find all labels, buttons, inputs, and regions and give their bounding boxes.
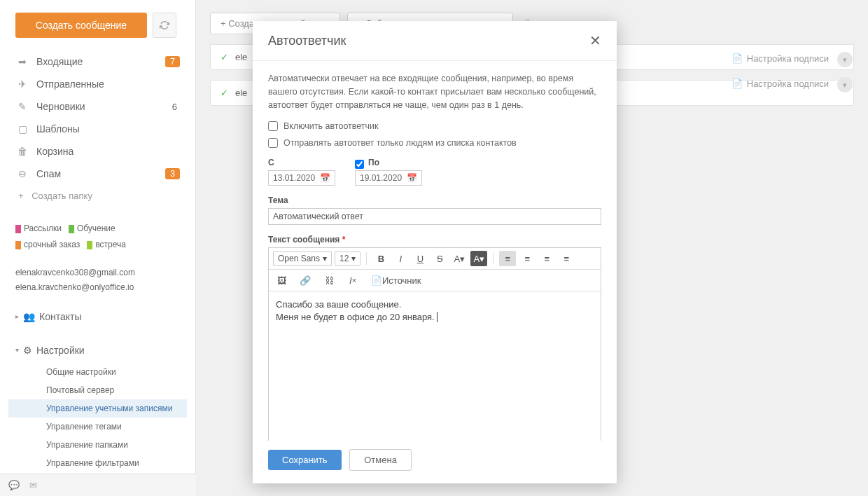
folder-inbox[interactable]: ➡ Входящие 7 — [8, 50, 187, 73]
account-item[interactable]: elena.kravchenko@onlyoffice.io — [15, 280, 180, 296]
to-date-value: 19.01.2020 — [360, 173, 402, 183]
settings-item-filters[interactable]: Управление фильтрами — [8, 454, 187, 472]
to-date-checkbox[interactable] — [355, 160, 364, 169]
to-date-input[interactable]: 19.01.2020 📅 — [355, 170, 422, 186]
enable-checkbox[interactable] — [268, 121, 278, 131]
autoresponder-modal: Автоответчик ✕ Автоматически отвечает на… — [253, 21, 617, 483]
tag-list: Рассылки Обучение срочный заказ встреча — [8, 221, 187, 253]
strike-button[interactable]: S — [431, 251, 448, 266]
tag-item[interactable]: Рассылки — [24, 223, 62, 233]
folder-label: Отправленные — [36, 78, 180, 90]
sidebar: Создать сообщение ➡ Входящие 7 ✈ Отправл… — [0, 0, 196, 496]
close-button[interactable]: ✕ — [589, 32, 601, 49]
link-button[interactable]: 🔗 — [297, 273, 314, 288]
mail-icon[interactable]: ✉ — [29, 480, 37, 490]
tag-item[interactable]: срочный заказ — [24, 240, 80, 249]
settings-item-tags[interactable]: Управление тегами — [8, 418, 187, 436]
folder-label: Входящие — [36, 56, 165, 67]
modal-description: Автоматически отвечает на все входящие с… — [268, 72, 601, 111]
editor: Open Sans ▾ 12 ▾ B I U S A▾ A▾ ≡ ≡ ≡ ≡ 🖼… — [268, 247, 601, 441]
to-date-label: По — [368, 158, 379, 167]
contacts-only-label: Отправлять автоответ только людям из спи… — [284, 138, 517, 148]
contacts-icon: 👥 — [23, 311, 35, 322]
underline-button[interactable]: U — [412, 251, 428, 266]
create-folder-label: Создать папку — [31, 191, 92, 201]
folder-spam[interactable]: ⊖ Спам 3 — [8, 163, 187, 185]
close-icon: ✕ — [589, 33, 601, 48]
from-date-input[interactable]: 13.01.2020 📅 — [268, 170, 335, 186]
tag-item[interactable]: Обучение — [77, 223, 115, 233]
folder-templates[interactable]: ▢ Шаблоны — [8, 118, 187, 140]
chevron-down-icon: ▾ — [323, 254, 327, 263]
refresh-button[interactable] — [153, 13, 176, 38]
drafts-icon: ✎ — [15, 101, 29, 112]
account-item[interactable]: elenakravcenko308@gmail.com — [15, 266, 180, 281]
align-left-button[interactable]: ≡ — [499, 251, 516, 266]
editor-toolbar-2: 🖼 🔗 ⛓ I× 📄 Источник — [269, 270, 601, 291]
settings-item-general[interactable]: Общие настройки — [8, 363, 187, 381]
tag-item[interactable]: встреча — [95, 240, 126, 249]
chevron-down-icon: ▾ — [843, 81, 847, 90]
editor-toolbar: Open Sans ▾ 12 ▾ B I U S A▾ A▾ ≡ ≡ ≡ ≡ — [269, 248, 601, 270]
templates-icon: ▢ — [15, 123, 29, 135]
image-button[interactable]: 🖼 — [273, 273, 290, 288]
folder-list: ➡ Входящие 7 ✈ Отправленные ✎ Черновики … — [8, 50, 187, 207]
unlink-button[interactable]: ⛓ — [321, 273, 337, 288]
tag-dot — [15, 241, 21, 249]
chevron-down-icon: ▾ — [843, 55, 847, 64]
italic-button[interactable]: I — [392, 251, 409, 266]
menu-round-button[interactable]: ▾ — [837, 77, 853, 92]
cancel-button[interactable]: Отмена — [349, 449, 412, 471]
doc-icon: 📄 — [732, 78, 743, 89]
compose-button[interactable]: Создать сообщение — [15, 13, 147, 38]
account-email: ele — [235, 88, 247, 98]
settings-section[interactable]: ▾ ⚙ Настройки — [8, 338, 187, 363]
settings-item-accounts[interactable]: Управление учетными записями — [8, 399, 187, 418]
size-select[interactable]: 12 ▾ — [335, 252, 360, 266]
chat-icon[interactable]: 💬 — [8, 480, 20, 490]
subject-input[interactable] — [268, 208, 601, 225]
folder-drafts[interactable]: ✎ Черновики 6 — [8, 95, 187, 118]
account-list: elenakravcenko308@gmail.com elena.kravch… — [8, 266, 187, 296]
body-text: Спасибо за ваше сообщение. — [276, 298, 594, 311]
clear-format-button[interactable]: I× — [344, 273, 361, 288]
folder-trash[interactable]: 🗑 Корзина — [8, 140, 187, 163]
bottom-bar: 💬 ✉ — [0, 474, 196, 496]
chevron-down-icon: ▾ — [351, 254, 356, 263]
check-icon: ✓ — [220, 52, 228, 62]
save-button[interactable]: Сохранить — [268, 450, 342, 470]
contacts-section[interactable]: ▸ 👥 Контакты — [8, 304, 187, 329]
count: 6 — [172, 102, 180, 112]
enable-label: Включить автоответчик — [284, 121, 379, 131]
chevron-right-icon: ▸ — [15, 312, 19, 320]
font-select[interactable]: Open Sans ▾ — [273, 252, 332, 266]
text-color-button[interactable]: A▾ — [451, 251, 468, 266]
section-label: Контакты — [39, 311, 81, 322]
align-justify-button[interactable]: ≡ — [558, 251, 575, 266]
body-label: Текст сообщения * — [268, 235, 601, 244]
badge: 3 — [165, 168, 180, 179]
settings-item-mailserver[interactable]: Почтовый сервер — [8, 381, 187, 399]
check-icon: ✓ — [220, 88, 228, 98]
source-button[interactable]: 📄 Источник — [368, 273, 424, 288]
align-right-button[interactable]: ≡ — [538, 251, 555, 266]
create-folder-button[interactable]: + Создать папку — [8, 185, 187, 207]
badge: 7 — [165, 56, 180, 67]
editor-textarea[interactable]: Спасибо за ваше сообщение. Меня не будет… — [269, 291, 601, 441]
signature-link[interactable]: 📄Настройка подписи — [732, 53, 829, 64]
contacts-only-checkbox[interactable] — [268, 138, 278, 148]
refresh-icon — [160, 20, 169, 30]
bg-color-button[interactable]: A▾ — [470, 251, 487, 266]
bold-button[interactable]: B — [372, 251, 389, 266]
menu-round-button[interactable]: ▾ — [837, 52, 853, 67]
body-text: Меня не будет в офисе до 20 января. — [276, 311, 594, 324]
align-center-button[interactable]: ≡ — [519, 251, 536, 266]
signature-link[interactable]: 📄Настройка подписи — [732, 78, 829, 89]
from-date-label: С — [268, 158, 335, 167]
folder-label: Корзина — [36, 146, 180, 157]
folder-label: Спам — [36, 168, 165, 179]
folder-sent[interactable]: ✈ Отправленные — [8, 73, 187, 95]
inbox-icon: ➡ — [15, 56, 29, 67]
settings-item-folders[interactable]: Управление папками — [8, 436, 187, 454]
calendar-icon: 📅 — [407, 173, 417, 183]
